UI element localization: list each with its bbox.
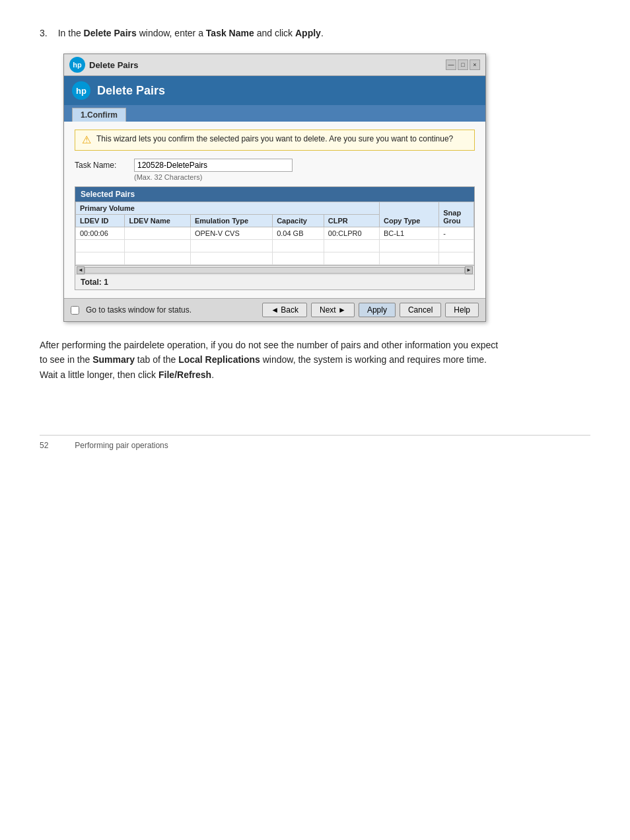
cancel-button[interactable]: Cancel [400,303,441,317]
cell-emulation-type: OPEN-V CVS [190,227,272,240]
task-name-label: Task Name: [75,159,134,170]
primary-volume-group-header: Primary Volume [76,202,380,215]
snap-group-header: SnapGrou [439,202,474,227]
horizontal-scrollbar[interactable]: ◄ ► [75,265,474,274]
table-row-empty-1 [76,240,474,252]
step-description: In the Delete Pairs window, enter a Task… [58,26,324,40]
page-section: Performing pair operations [75,441,168,450]
step-number: 3. [40,26,48,40]
file-refresh-bold: File/Refresh [158,369,211,380]
table-row-empty-2 [76,252,474,265]
capacity-header: Capacity [273,215,324,227]
emulation-type-header: Emulation Type [190,215,272,227]
page-content: 3. In the Delete Pairs window, enter a T… [40,26,590,450]
total-row: Total: 1 [75,274,474,289]
dialog-title-text: Delete Pairs [89,60,138,70]
task-name-hint: (Max. 32 Characters) [134,173,293,181]
warning-icon: ⚠ [82,134,91,146]
dialog-titlebar: hp Delete Pairs — □ × [64,54,485,76]
warning-text: This wizard lets you confirm the selecte… [96,134,453,143]
goto-tasks-label: Go to tasks window for status. [86,305,253,315]
field-name-bold: Task Name [206,28,254,38]
scroll-left-arrow[interactable]: ◄ [77,266,85,274]
scroll-right-arrow[interactable]: ► [465,266,473,274]
cell-capacity: 0.04 GB [273,227,324,240]
task-name-input[interactable] [134,159,293,172]
cell-ldev-id: 00:00:06 [76,227,125,240]
restore-icon[interactable]: □ [458,59,468,70]
table-section-header: Selected Pairs [75,187,474,202]
cell-snap-group: - [439,227,474,240]
dialog-wrapper: hp Delete Pairs — □ × [63,54,590,322]
apply-button[interactable]: Apply [359,303,396,317]
next-button[interactable]: Next ► [311,303,355,317]
page-footer: 52 Performing pair operations [40,435,590,450]
selected-pairs-section: Selected Pairs Primary Volume Copy Type [75,186,475,290]
task-name-input-group: (Max. 32 Characters) [134,159,293,181]
titlebar-icons: — □ × [446,59,480,70]
summary-bold: Summary [92,354,135,365]
ldev-id-header: LDEV ID [76,215,125,227]
dialog-body: ⚠ This wizard lets you confirm the selec… [64,122,485,298]
action-bold: Apply [295,28,321,38]
table-overflow-wrapper: Primary Volume Copy Type SnapGrou [75,202,474,265]
hp-logo-header: hp [72,81,90,100]
task-name-row: Task Name: (Max. 32 Characters) [75,159,475,181]
titlebar-left: hp Delete Pairs [69,57,138,73]
step-instruction: 3. In the Delete Pairs window, enter a T… [40,26,590,40]
help-button[interactable]: Help [445,303,479,317]
pairs-table: Primary Volume Copy Type SnapGrou [75,202,474,265]
page-number: 52 [40,441,48,450]
minimize-icon[interactable]: — [446,59,456,70]
hp-logo-small: hp [69,57,85,73]
scrollbar-track[interactable] [85,267,465,274]
clpr-header: CLPR [324,215,379,227]
tab-confirm[interactable]: 1.Confirm [72,108,126,122]
dialog-header-title: Delete Pairs [97,84,165,98]
cell-clpr: 00:CLPR0 [324,227,379,240]
table-row: 00:00:06 OPEN-V CVS 0.04 GB 00:CLPR0 BC-… [76,227,474,240]
cell-copy-type: BC-L1 [379,227,438,240]
dialog-footer: Go to tasks window for status. ◄ Back Ne… [64,298,485,321]
after-paragraph: After performing the pairdelete operatio… [40,338,502,382]
ldev-name-header: LDEV Name [125,215,190,227]
cell-ldev-name [125,227,190,240]
back-button[interactable]: ◄ Back [262,303,307,317]
warning-bar: ⚠ This wizard lets you confirm the selec… [75,130,475,151]
dialog-header: hp Delete Pairs [64,76,485,105]
close-icon[interactable]: × [470,59,480,70]
goto-tasks-checkbox[interactable] [71,306,79,315]
copy-type-header: Copy Type [379,202,438,227]
dialog-tabs-bar: 1.Confirm [64,105,485,122]
dialog-window: hp Delete Pairs — □ × [63,54,486,322]
local-replications-bold: Local Replications [178,354,260,365]
window-name-bold: Delete Pairs [84,28,137,38]
total-value: 1 [104,278,108,287]
